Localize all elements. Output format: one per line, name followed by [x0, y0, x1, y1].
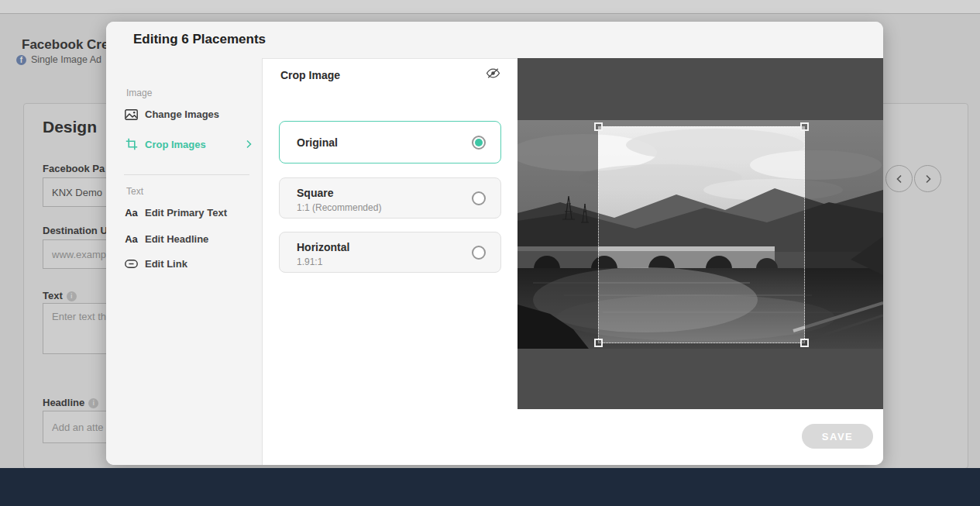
destination-url-label: Destination U	[43, 225, 108, 236]
crop-option-label: Square	[297, 187, 381, 199]
page-title: Facebook Cre	[22, 37, 108, 53]
sidebar-item-label: Change Images	[145, 108, 219, 120]
crop-handle-bottom-left[interactable]	[594, 339, 603, 347]
crop-icon	[125, 138, 138, 150]
crop-option-detail: 1.91:1	[297, 256, 349, 267]
info-icon[interactable]: i	[67, 291, 77, 301]
image-icon	[125, 109, 138, 120]
image-section-label: Image	[126, 88, 152, 98]
crop-option-original[interactable]: Original	[279, 121, 501, 164]
headline-label-row: Headlinei	[43, 395, 98, 409]
aa-icon: Aa	[125, 233, 138, 245]
crop-option-label: Original	[297, 136, 338, 149]
crop-panel-title: Crop Image	[280, 69, 340, 81]
chevron-right-icon	[244, 139, 253, 149]
text-label-row: Texti	[43, 288, 77, 302]
info-icon[interactable]: i	[88, 398, 98, 408]
modal-sidebar: Image Change Images Crop Images	[106, 58, 263, 465]
sidebar-item-label: Crop Images	[145, 139, 206, 150]
ad-type-row: f Single Image Ad	[16, 54, 101, 65]
ad-type-label: Single Image Ad	[31, 54, 101, 65]
crop-preview-panel: SAVE	[518, 58, 883, 465]
modal-title: Editing 6 Placements	[133, 32, 266, 47]
crop-option-square[interactable]: Square 1:1 (Recommended)	[279, 177, 501, 219]
link-icon	[125, 260, 138, 268]
top-bar	[0, 0, 980, 14]
sidebar-item-change-images[interactable]: Change Images	[125, 108, 219, 120]
eye-off-icon	[486, 67, 500, 79]
crop-panel: Crop Image Original Square 1:1 (Recommen…	[263, 58, 518, 465]
crop-handle-top-right[interactable]	[800, 122, 809, 131]
hide-preview-button[interactable]	[486, 67, 500, 82]
facebook-page-label: Facebook Pa	[43, 163, 105, 174]
preview-photo	[518, 120, 883, 349]
crop-handle-bottom-right[interactable]	[800, 339, 809, 347]
chevron-left-icon	[894, 174, 905, 184]
radio-unselected[interactable]	[472, 246, 486, 260]
crop-option-horizontal[interactable]: Horizontal 1.91:1	[279, 232, 501, 273]
prev-button[interactable]	[885, 165, 913, 192]
sidebar-item-edit-link[interactable]: Edit Link	[125, 258, 187, 270]
facebook-icon: f	[16, 55, 26, 65]
crop-option-label: Horizontal	[297, 241, 349, 253]
radio-selected[interactable]	[472, 136, 486, 150]
modal-header: Editing 6 Placements	[106, 22, 883, 58]
save-button[interactable]: SAVE	[802, 424, 873, 449]
sidebar-item-label: Edit Link	[145, 258, 187, 270]
radio-dot	[475, 139, 483, 146]
crop-handle-top-left[interactable]	[594, 122, 603, 131]
chevron-right-icon	[923, 174, 934, 184]
sidebar-item-label: Edit Headline	[145, 233, 208, 245]
crop-option-detail: 1:1 (Recommended)	[297, 202, 381, 213]
aa-icon: Aa	[125, 207, 138, 219]
crop-selection[interactable]	[598, 126, 805, 343]
next-button[interactable]	[914, 165, 941, 192]
sidebar-item-edit-headline[interactable]: Aa Edit Headline	[125, 233, 208, 245]
text-label: Text	[43, 290, 63, 301]
headline-label: Headline	[43, 397, 84, 408]
radio-unselected[interactable]	[472, 191, 486, 205]
design-heading: Design	[43, 118, 97, 136]
sidebar-item-label: Edit Primary Text	[145, 207, 227, 219]
sidebar-item-edit-primary-text[interactable]: Aa Edit Primary Text	[125, 207, 227, 219]
sidebar-item-crop-images[interactable]: Crop Images	[125, 138, 206, 150]
divider	[124, 174, 249, 175]
bottom-bar	[0, 468, 980, 506]
text-section-label: Text	[126, 186, 143, 197]
edit-placements-modal: Editing 6 Placements Image Change Images	[106, 22, 883, 465]
